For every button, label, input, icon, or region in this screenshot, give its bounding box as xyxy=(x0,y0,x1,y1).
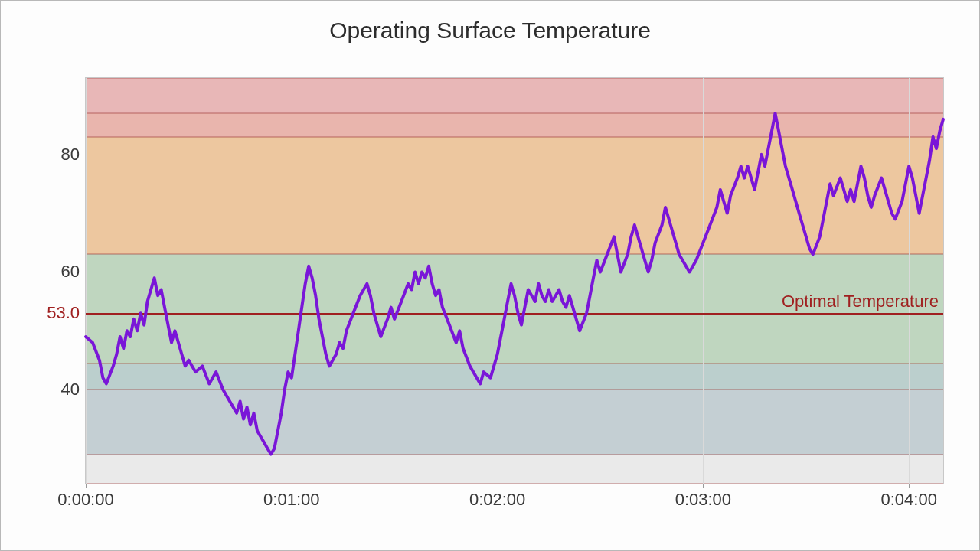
plot-area[interactable]: 4060800:00:000:01:000:02:000:03:000:04:0… xyxy=(85,77,944,484)
chart-frame: Operating Surface Temperature 4060800:00… xyxy=(0,0,980,551)
y-axis-tick-label: 40 xyxy=(61,380,80,399)
x-axis-tick-label: 0:04:00 xyxy=(880,490,936,510)
data-series xyxy=(86,78,943,484)
y-axis-tick-label: 60 xyxy=(61,262,80,282)
reference-line-value: 53.0 xyxy=(47,303,80,323)
x-axis-tick-label: 0:00:00 xyxy=(57,490,113,510)
x-axis-tick-label: 0:01:00 xyxy=(263,490,319,510)
x-axis-tick-label: 0:03:00 xyxy=(675,490,731,510)
y-axis-tick-label: 80 xyxy=(61,145,80,165)
series-line xyxy=(86,113,943,454)
chart-title: Operating Surface Temperature xyxy=(1,18,979,44)
x-axis-tick-label: 0:02:00 xyxy=(469,490,525,510)
